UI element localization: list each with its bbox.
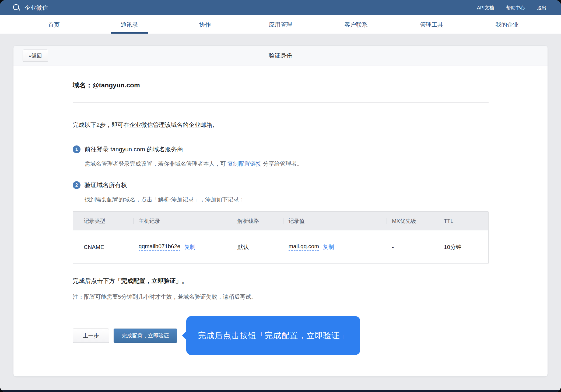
- topbar-link-help-center[interactable]: 帮助中心: [505, 5, 526, 11]
- note-text: 注：配置可能需要5分钟到几小时才生效，若域名验证失败，请稍后再试。: [73, 293, 489, 301]
- page-title: 验证身份: [269, 52, 292, 60]
- tab-customer-contact[interactable]: 客户联系: [318, 15, 394, 34]
- step-2-number-badge: 2: [73, 181, 80, 189]
- tab-my-company[interactable]: 我的企业: [469, 15, 545, 34]
- topbar-link-api-docs[interactable]: API文档: [476, 5, 495, 11]
- wechat-work-logo-icon: [12, 3, 21, 12]
- brand: 企业微信: [12, 3, 48, 12]
- header-record-type: 记录类型: [73, 218, 133, 225]
- brand-name: 企业微信: [24, 4, 48, 12]
- cell-host-record: qqmailb071b62e 复制: [133, 243, 232, 251]
- header-record-value: 记录值: [283, 218, 387, 225]
- main-nav: 首页 通讯录 协作 应用管理 客户联系 管理工具 我的企业: [0, 15, 561, 34]
- step-2-description: 找到需要配置的域名，点击「解析-添加记录」，添加如下记录：: [85, 196, 489, 203]
- tooltip-arrow: [182, 331, 192, 341]
- topbar: 企业微信 API文档 帮助中心 退出: [0, 0, 561, 15]
- tab-admin-tools[interactable]: 管理工具: [394, 15, 469, 34]
- header-host-record: 主机记录: [133, 218, 232, 225]
- tab-collaboration[interactable]: 协作: [167, 15, 243, 34]
- topbar-links: API文档 帮助中心 退出: [476, 5, 548, 11]
- cell-resolve-line: 默认: [232, 243, 283, 251]
- app-window: 企业微信 API文档 帮助中心 退出 首页 通讯录 协作 应用管理 客户联系 管…: [0, 0, 561, 392]
- step-2: 2 验证域名所有权 找到需要配置的域名，点击「解析-添加记录」，添加如下记录：: [73, 181, 489, 203]
- header-resolve-line: 解析线路: [232, 218, 283, 225]
- tab-app-management[interactable]: 应用管理: [243, 15, 318, 34]
- cell-record-type: CNAME: [73, 244, 133, 250]
- window-bottom-edge: [0, 390, 561, 392]
- step-1: 1 前往登录 tangyun.com 的域名服务商 需域名管理者登录完成设置，若…: [73, 145, 489, 168]
- header-ttl: TTL: [439, 218, 488, 224]
- table-row: CNAME qqmailb071b62e 复制 默认 mail.qq.com 复…: [73, 230, 488, 263]
- finish-hint-suffix: 。: [182, 277, 188, 284]
- step-2-title: 验证域名所有权: [85, 181, 127, 189]
- tooltip-callout: 完成后点击按钮「完成配置，立即验证」: [186, 316, 360, 355]
- topbar-link-logout[interactable]: 退出: [536, 5, 548, 11]
- back-button[interactable]: «返回: [23, 50, 48, 62]
- card-header: «返回 验证身份: [13, 46, 548, 66]
- copy-host-record-link[interactable]: 复制: [184, 243, 195, 251]
- divider: [531, 5, 531, 10]
- tab-home[interactable]: 首页: [16, 15, 92, 34]
- step-1-title: 前往登录 tangyun.com 的域名服务商: [85, 145, 183, 154]
- tab-contacts[interactable]: 通讯录: [92, 15, 167, 34]
- record-value: mail.qq.com: [289, 243, 319, 251]
- actions-row: 上一步 完成配置，立即验证 完成后点击按钮「完成配置，立即验证」: [73, 316, 489, 355]
- tooltip-text: 完成后点击按钮「完成配置，立即验证」: [198, 330, 348, 341]
- step-1-desc-before: 需域名管理者登录完成设置，若你非域名管理者本人，可: [85, 161, 227, 167]
- intro-text: 完成以下2步，即可在企业微信管理该域名的企业邮箱。: [73, 121, 489, 129]
- finish-hint-prefix: 完成后点击下方: [73, 277, 115, 284]
- table-header-row: 记录类型 主机记录 解析线路 记录值 MX优先级 TTL: [73, 212, 488, 230]
- step-1-number-badge: 1: [73, 145, 80, 153]
- divider: [73, 102, 489, 103]
- verify-identity-card: «返回 验证身份 域名：@tangyun.com 完成以下2步，即可在企业微信管…: [13, 46, 548, 376]
- copy-config-link[interactable]: 复制配置链接: [227, 161, 261, 167]
- cell-ttl: 10分钟: [439, 243, 488, 251]
- header-mx-priority: MX优先级: [387, 218, 439, 225]
- copy-record-value-link[interactable]: 复制: [323, 243, 334, 251]
- finish-hint-quoted: 「完成配置，立即验证」: [115, 277, 182, 284]
- host-record-value: qqmailb071b62e: [139, 243, 180, 251]
- cell-record-value: mail.qq.com 复制: [283, 243, 387, 251]
- dns-record-table: 记录类型 主机记录 解析线路 记录值 MX优先级 TTL CNAME qqmai…: [73, 211, 489, 264]
- step-1-description: 需域名管理者登录完成设置，若你非域名管理者本人，可 复制配置链接 分享给管理者。: [85, 160, 489, 168]
- finish-config-verify-button[interactable]: 完成配置，立即验证: [114, 329, 177, 343]
- domain-label: 域名：@tangyun.com: [73, 81, 489, 90]
- finish-hint: 完成后点击下方「完成配置，立即验证」。: [73, 277, 489, 285]
- cell-mx-priority: -: [387, 244, 439, 250]
- divider: [500, 5, 500, 10]
- card-body: 域名：@tangyun.com 完成以下2步，即可在企业微信管理该域名的企业邮箱…: [13, 81, 548, 355]
- previous-step-button[interactable]: 上一步: [73, 329, 109, 343]
- step-1-desc-after: 分享给管理者。: [261, 161, 303, 167]
